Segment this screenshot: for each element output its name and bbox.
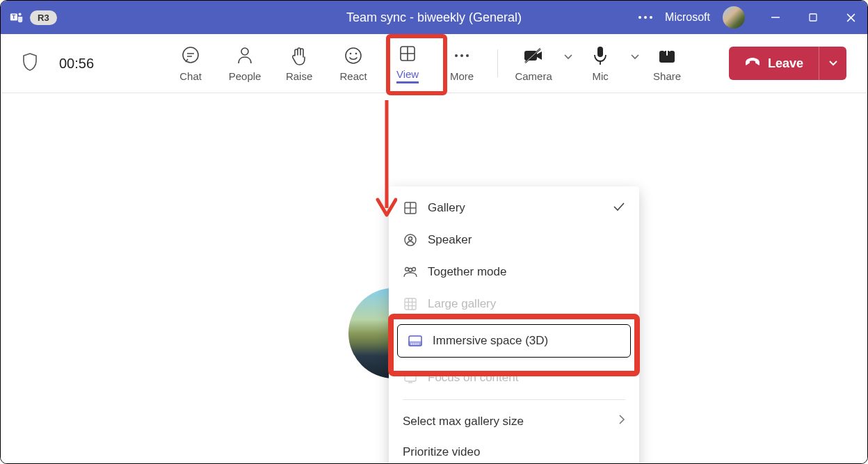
menu-immersive-label: Immersive space (3D) [433, 334, 548, 348]
user-avatar[interactable] [723, 6, 745, 29]
camera-group[interactable]: Camera [506, 38, 573, 90]
shield-icon[interactable] [22, 52, 38, 74]
view-grid-icon [398, 43, 417, 64]
hangup-icon [744, 56, 761, 72]
maximize-button[interactable] [805, 9, 821, 26]
close-button[interactable] [842, 9, 859, 26]
svg-rect-40 [409, 342, 421, 346]
together-icon [403, 264, 418, 280]
titlebar-right: Microsoft [638, 6, 859, 29]
svg-point-32 [412, 268, 416, 271]
svg-point-19 [466, 54, 469, 57]
menu-gallery[interactable]: Gallery [389, 192, 639, 224]
menu-together-label: Together mode [428, 265, 506, 279]
svg-point-13 [355, 52, 357, 54]
svg-point-30 [409, 237, 412, 241]
svg-rect-20 [524, 51, 537, 61]
checkmark-icon [613, 201, 625, 215]
chat-icon [180, 45, 201, 66]
svg-rect-45 [405, 373, 416, 381]
svg-rect-23 [597, 47, 603, 57]
svg-point-33 [409, 269, 412, 272]
toolbar-left: 00:56 [22, 52, 94, 74]
raise-button[interactable]: Raise [272, 38, 326, 90]
mic-chevron-icon[interactable] [630, 51, 640, 63]
svg-rect-34 [405, 298, 416, 310]
camera-off-icon [522, 45, 545, 66]
svg-rect-4 [810, 14, 817, 21]
menu-separator [403, 399, 625, 400]
svg-point-10 [241, 48, 248, 55]
view-button[interactable]: View [380, 38, 435, 90]
teams-logo-icon: T [9, 10, 24, 25]
people-icon [235, 45, 255, 66]
meeting-stage: Gallery Speaker Together mode Large gall… [1, 93, 867, 463]
chevron-right-icon [618, 414, 625, 429]
more-label: More [450, 70, 474, 82]
mic-label: Mic [592, 70, 608, 82]
call-timer: 00:56 [59, 56, 94, 72]
svg-point-17 [455, 54, 458, 57]
menu-gallery-label: Gallery [428, 201, 465, 215]
mic-icon [592, 45, 609, 66]
menu-focus-label: Focus on content [428, 371, 518, 385]
menu-focus: Focus on content [389, 362, 639, 394]
more-button[interactable]: More [435, 38, 489, 90]
leave-button[interactable]: Leave [729, 47, 819, 80]
menu-immersive[interactable]: Immersive space (3D) [397, 324, 631, 358]
leave-split-button[interactable] [819, 47, 846, 80]
immersive-icon [408, 333, 423, 349]
share-icon [657, 45, 677, 66]
svg-point-7 [183, 47, 198, 63]
window-controls [767, 9, 859, 26]
camera-button[interactable]: Camera [506, 38, 561, 90]
menu-speaker-label: Speaker [428, 233, 472, 247]
svg-point-12 [350, 52, 352, 54]
meeting-toolbar: 00:56 Chat People Raise React View [1, 34, 867, 93]
focus-icon [403, 370, 418, 385]
share-button[interactable]: Share [640, 38, 694, 90]
chat-label: Chat [179, 70, 202, 82]
mic-button[interactable]: Mic [573, 38, 627, 90]
svg-text:T: T [12, 14, 15, 20]
mic-group[interactable]: Mic [573, 38, 640, 90]
people-button[interactable]: People [218, 38, 272, 90]
raise-hand-icon [289, 45, 309, 66]
react-label: React [339, 70, 367, 82]
speaker-icon [403, 232, 418, 248]
leave-label: Leave [768, 56, 803, 71]
menu-max-gallery-label: Select max gallery size [403, 415, 524, 429]
release-badge: R3 [30, 10, 57, 25]
react-icon [344, 45, 363, 66]
svg-point-2 [19, 13, 22, 15]
meeting-title: Team sync - biweekly (General) [346, 10, 522, 25]
people-label: People [229, 70, 262, 82]
svg-point-18 [460, 54, 463, 57]
svg-point-31 [405, 268, 409, 271]
large-gallery-icon [403, 296, 418, 312]
minimize-button[interactable] [767, 9, 784, 26]
raise-label: Raise [286, 70, 312, 82]
menu-max-gallery[interactable]: Select max gallery size [389, 406, 639, 437]
camera-label: Camera [515, 70, 552, 82]
org-label: Microsoft [665, 11, 710, 24]
titlebar: T R3 Team sync - biweekly (General) Micr… [1, 1, 867, 34]
more-icon [452, 45, 472, 66]
menu-prioritize-label: Prioritize video [403, 445, 481, 459]
menu-together[interactable]: Together mode [389, 256, 639, 288]
camera-chevron-icon[interactable] [563, 51, 573, 63]
menu-prioritize[interactable]: Prioritize video [389, 437, 639, 464]
more-title-icon[interactable] [638, 16, 652, 19]
share-label: Share [653, 70, 681, 82]
toolbar-divider [497, 49, 498, 77]
view-label: View [396, 68, 419, 83]
gallery-icon [403, 200, 418, 216]
svg-point-11 [346, 48, 361, 63]
chat-button[interactable]: Chat [163, 38, 218, 90]
leave-group: Leave [729, 47, 846, 80]
view-dropdown: Gallery Speaker Together mode Large gall… [389, 186, 639, 464]
menu-speaker[interactable]: Speaker [389, 224, 639, 256]
menu-large-gallery: Large gallery [389, 288, 639, 320]
react-button[interactable]: React [326, 38, 380, 90]
menu-large-gallery-label: Large gallery [428, 297, 496, 311]
